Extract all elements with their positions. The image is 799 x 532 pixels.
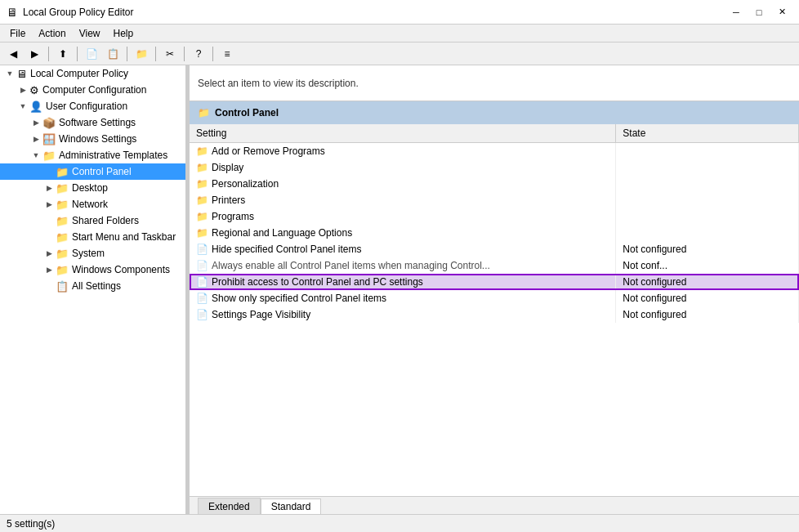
state-cell <box>616 225 799 241</box>
maximize-button[interactable]: □ <box>748 4 770 20</box>
table-row[interactable]: 📁Programs <box>190 208 799 225</box>
computer-config-icon: ⚙ <box>29 84 39 96</box>
setting-cell: 📄Prohibit access to Control Panel and PC… <box>190 274 616 290</box>
setting-cell: 📁Add or Remove Programs <box>190 143 616 159</box>
expander-system: ▶ <box>42 247 56 260</box>
toolbar-separator-3 <box>127 47 127 61</box>
up-button[interactable]: ⬆ <box>53 45 73 63</box>
settings-table: Setting State 📁Add or Remove Programs📁Di… <box>190 124 799 323</box>
windows-components-icon: 📁 <box>56 264 69 276</box>
all-settings-icon: 📋 <box>56 280 69 293</box>
control-panel-label: Control Panel <box>72 166 132 177</box>
network-icon: 📁 <box>56 199 69 211</box>
tree-item-user-configuration[interactable]: ▼ 👤 User Configuration <box>0 98 185 114</box>
windows-settings-icon: 🪟 <box>42 133 56 145</box>
table-row[interactable]: 📁Regional and Language Options <box>190 225 799 241</box>
table-row[interactable]: 📁Printers <box>190 192 799 208</box>
shared-folders-icon: 📁 <box>56 215 69 227</box>
description-area: Select an item to view its description. <box>190 65 799 101</box>
app-icon: 🖥 <box>7 6 18 19</box>
tree-item-administrative-templates[interactable]: ▼ 📁 Administrative Templates <box>0 147 185 163</box>
tree-item-start-menu[interactable]: 📁 Start Menu and Taskbar <box>0 229 185 245</box>
row-icon: 📁 <box>196 162 208 173</box>
state-cell <box>616 143 799 159</box>
tree-item-desktop[interactable]: ▶ 📁 Desktop <box>0 180 185 196</box>
new-button[interactable]: 📁 <box>132 45 151 63</box>
table-row[interactable]: 📄Settings Page VisibilityNot configured <box>190 306 799 323</box>
folder-header-title: Control Panel <box>215 107 279 118</box>
main-container: ▼ 🖥 Local Computer Policy ▶ ⚙ Computer C… <box>0 65 799 514</box>
tree-item-system[interactable]: ▶ 📁 System <box>0 245 185 262</box>
toolbar-separator-6 <box>212 47 213 61</box>
tree-item-all-settings[interactable]: 📋 All Settings <box>0 278 185 294</box>
table-row[interactable]: 📁Personalization <box>190 176 799 192</box>
back-button[interactable]: ◀ <box>3 45 23 63</box>
user-config-icon: 👤 <box>29 101 42 113</box>
menu-action[interactable]: Action <box>32 26 72 41</box>
state-cell: Not configured <box>616 306 799 323</box>
column-state[interactable]: State <box>616 124 799 143</box>
tree-item-control-panel[interactable]: 📁 Control Panel <box>0 163 185 180</box>
system-icon: 📁 <box>56 248 69 260</box>
folder-header-icon: 📁 <box>198 107 210 118</box>
state-cell <box>616 192 799 208</box>
shared-folders-label: Shared Folders <box>72 215 139 226</box>
menu-help[interactable]: Help <box>107 26 141 41</box>
menu-view[interactable]: View <box>73 26 107 41</box>
expander-desktop: ▶ <box>42 181 56 194</box>
menu-file[interactable]: File <box>3 26 32 41</box>
table-row[interactable]: 📁Add or Remove Programs <box>190 143 799 159</box>
setting-cell: 📄Settings Page Visibility <box>190 306 616 323</box>
table-row[interactable]: 📁Display <box>190 159 799 176</box>
row-icon: 📄 <box>196 293 208 304</box>
content-area: ▼ 🖥 Local Computer Policy ▶ ⚙ Computer C… <box>0 65 799 514</box>
expander-windows: ▶ <box>29 132 42 145</box>
local-policy-label: Local Computer Policy <box>30 68 128 79</box>
column-setting[interactable]: Setting <box>190 124 616 143</box>
start-menu-label: Start Menu and Taskbar <box>72 231 176 243</box>
table-row[interactable]: 📄Show only specified Control Panel items… <box>190 290 799 306</box>
row-icon: 📁 <box>196 145 208 157</box>
system-label: System <box>72 248 105 259</box>
tree-item-windows-components[interactable]: ▶ 📁 Windows Components <box>0 262 185 278</box>
setting-cell: 📄Hide specified Control Panel items <box>190 241 616 257</box>
table-row[interactable]: 📄Prohibit access to Control Panel and PC… <box>190 274 799 290</box>
toolbar-separator-4 <box>155 47 156 61</box>
state-cell: Not configured <box>616 274 799 290</box>
copy-button[interactable]: 📋 <box>103 45 123 63</box>
control-panel-icon: 📁 <box>56 166 69 178</box>
tab-extended[interactable]: Extended <box>198 498 261 514</box>
toolbar: ◀ ▶ ⬆ 📄 📋 📁 ✂ ? ≡ <box>0 42 799 65</box>
state-cell <box>616 176 799 192</box>
tree-item-windows-settings[interactable]: ▶ 🪟 Windows Settings <box>0 131 185 147</box>
tree-item-computer-configuration[interactable]: ▶ ⚙ Computer Configuration <box>0 82 185 98</box>
close-button[interactable]: ✕ <box>771 4 792 20</box>
setting-cell: 📁Display <box>190 159 616 176</box>
local-policy-icon: 🖥 <box>16 68 27 80</box>
properties-button[interactable]: ✂ <box>160 45 180 63</box>
toolbar-separator-5 <box>184 47 185 61</box>
setting-cell: 📄Show only specified Control Panel items <box>190 290 616 306</box>
admin-templates-icon: 📁 <box>42 150 56 162</box>
computer-config-label: Computer Configuration <box>42 84 146 96</box>
tab-standard[interactable]: Standard <box>261 498 322 514</box>
setting-cell: 📁Programs <box>190 208 616 225</box>
tree-item-software-settings[interactable]: ▶ 📦 Software Settings <box>0 114 185 131</box>
user-config-label: User Configuration <box>46 101 127 112</box>
table-row[interactable]: 📄Always enable all Control Panel items w… <box>190 257 799 274</box>
window-controls: ─ □ ✕ <box>725 4 792 20</box>
table-row[interactable]: 📄Hide specified Control Panel itemsNot c… <box>190 241 799 257</box>
minimize-button[interactable]: ─ <box>725 4 747 20</box>
row-icon: 📁 <box>196 194 208 206</box>
right-panel: Select an item to view its description. … <box>190 65 799 514</box>
filter-button[interactable]: ≡ <box>217 45 237 63</box>
tree-item-network[interactable]: ▶ 📁 Network <box>0 196 185 212</box>
tree-item-local-computer-policy[interactable]: ▼ 🖥 Local Computer Policy <box>0 65 185 82</box>
tree-item-shared-folders[interactable]: 📁 Shared Folders <box>0 212 185 229</box>
setting-cell: 📁Printers <box>190 192 616 208</box>
windows-components-label: Windows Components <box>72 264 170 275</box>
help-button[interactable]: ? <box>189 45 208 63</box>
forward-button[interactable]: ▶ <box>25 45 44 63</box>
software-settings-icon: 📦 <box>42 117 56 129</box>
show-hide-button[interactable]: 📄 <box>82 45 101 63</box>
